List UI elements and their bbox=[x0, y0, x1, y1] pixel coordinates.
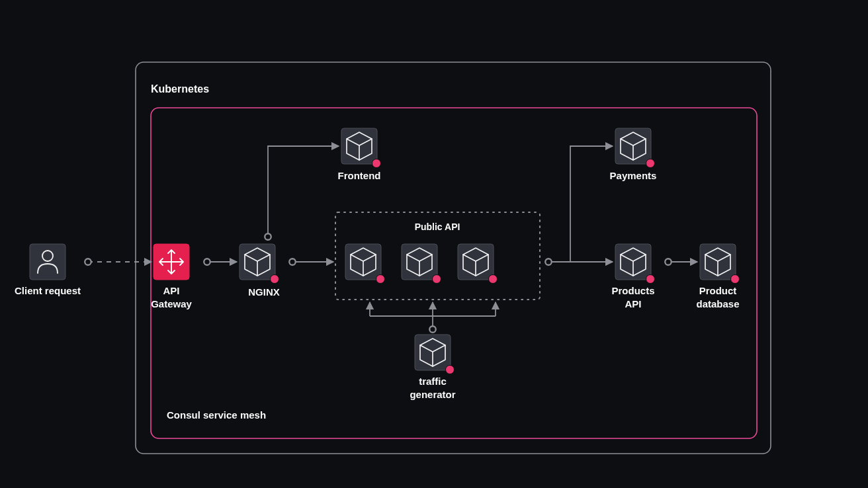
node-products-label-2: API bbox=[625, 298, 641, 309]
node-product-database bbox=[700, 244, 740, 284]
node-products-api bbox=[615, 244, 655, 284]
edge-nginx-to-frontend bbox=[268, 146, 339, 237]
node-gateway bbox=[153, 244, 189, 280]
region-kubernetes-label: Kubernetes bbox=[151, 83, 209, 95]
status-dot-icon bbox=[372, 159, 381, 168]
status-dot-icon bbox=[731, 275, 740, 284]
node-gateway-label-1: API bbox=[163, 285, 179, 296]
region-consul-label: Consul service mesh bbox=[167, 409, 266, 421]
status-dot-icon bbox=[376, 275, 385, 284]
node-payments-label: Payments bbox=[610, 170, 657, 181]
status-dot-icon bbox=[489, 275, 498, 284]
node-publicapi-2 bbox=[402, 244, 441, 284]
node-publicapi-3 bbox=[458, 244, 498, 284]
node-gateway-label-2: Gateway bbox=[151, 298, 192, 309]
node-nginx bbox=[239, 244, 279, 284]
node-db-label-1: Product bbox=[699, 285, 737, 296]
node-client bbox=[30, 244, 65, 280]
node-traffic-generator bbox=[415, 335, 455, 374]
node-db-label-2: database bbox=[696, 298, 739, 309]
node-traffic-label-2: generator bbox=[410, 389, 455, 400]
status-dot-icon bbox=[271, 275, 279, 284]
status-dot-icon bbox=[446, 366, 455, 374]
edge-traffic-to-publicapi bbox=[370, 302, 496, 329]
architecture-diagram: Kubernetes Consul service mesh Public AP… bbox=[0, 0, 868, 488]
node-client-label: Client request bbox=[15, 285, 81, 296]
status-dot-icon bbox=[646, 159, 655, 168]
edge-publicapi-to-payments bbox=[548, 146, 613, 262]
node-nginx-label: NGINX bbox=[248, 286, 280, 298]
node-products-label-1: Products bbox=[611, 285, 654, 296]
node-frontend bbox=[341, 128, 381, 168]
node-payments bbox=[615, 128, 655, 168]
group-public-api-label: Public API bbox=[415, 222, 460, 232]
status-dot-icon bbox=[646, 275, 655, 284]
node-traffic-label-1: traffic bbox=[419, 376, 447, 387]
node-publicapi-1 bbox=[345, 244, 385, 284]
node-frontend-label: Frontend bbox=[338, 170, 381, 181]
svg-rect-9 bbox=[30, 244, 65, 280]
status-dot-icon bbox=[433, 275, 441, 284]
